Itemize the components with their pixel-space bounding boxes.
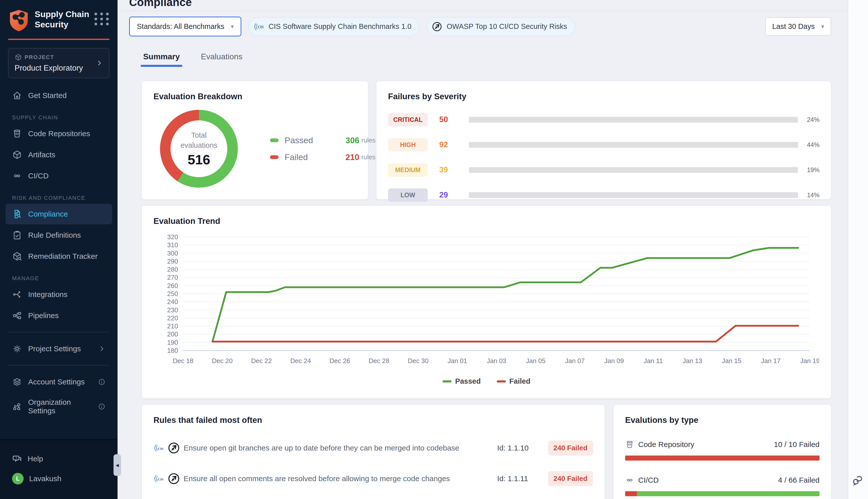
svg-text:300: 300	[167, 250, 178, 257]
help-label: Help	[28, 454, 43, 463]
doc-search-icon	[12, 209, 22, 219]
svg-text:270: 270	[167, 273, 178, 281]
tab-summary[interactable]: Summary	[141, 48, 182, 67]
tab-evaluations[interactable]: Evaluations	[198, 48, 245, 67]
donut-center-label: Total	[191, 130, 207, 140]
sidebar-item-help[interactable]: ? Help	[8, 449, 110, 468]
evaluation-trend-chart: 1801902002102202302402502602702802903003…	[153, 231, 819, 373]
sidebar-collapse-handle[interactable]: ◀	[113, 454, 121, 476]
severity-badge: LOW	[388, 188, 428, 202]
sidebar-item-get-started[interactable]: Get Started	[5, 85, 112, 106]
box-wrench-icon	[12, 251, 22, 261]
svg-text:Dec 30: Dec 30	[408, 357, 429, 365]
card-title: Rules that failed most often	[153, 415, 593, 425]
sidebar-item-ci-cd[interactable]: CI/CD	[5, 166, 112, 186]
rule-id: Id: 1.1.10	[497, 444, 543, 452]
divider	[8, 365, 110, 366]
severity-badge: HIGH	[388, 138, 428, 151]
sidebar-item-compliance[interactable]: Compliance	[5, 204, 112, 224]
evaluation-trend-card: Evaluation Trend 18019020021022023024025…	[142, 206, 831, 399]
sidebar-item-rule-definitions[interactable]: Rule Definitions	[5, 225, 112, 245]
rule-row[interactable]: CISEnsure open git branches are up to da…	[153, 440, 593, 455]
severity-row-critical: CRITICAL5024%	[388, 112, 819, 127]
type-progress-bar	[625, 455, 819, 461]
sidebar-item-code-repositories[interactable]: Code Repositories	[5, 123, 112, 144]
project-label: PROJECT	[25, 54, 54, 61]
failed-swatch	[270, 155, 278, 159]
bar-segment	[625, 491, 637, 496]
svg-text:Jan 15: Jan 15	[722, 357, 741, 365]
severity-count: 50	[439, 115, 469, 124]
sidebar-header: Supply Chain Security	[0, 0, 117, 32]
severity-row-medium: MEDIUM3919%	[388, 162, 819, 177]
type-failed-value: 4 / 66 Failed	[778, 476, 819, 484]
project-cube-icon	[15, 53, 22, 61]
svg-text:Jan 03: Jan 03	[487, 357, 506, 365]
svg-text:Jan 17: Jan 17	[761, 357, 781, 365]
severity-percent: 14%	[798, 192, 819, 199]
benchmark-chip-owasp[interactable]: OWASP Top 10 CI/CD Security Risks	[426, 17, 575, 36]
severity-badge: MEDIUM	[388, 163, 428, 177]
svg-text:Jan 01: Jan 01	[448, 357, 467, 365]
layers-icon	[12, 377, 22, 387]
svg-text:Dec 26: Dec 26	[330, 357, 350, 365]
rule-failed-badge: 240 Failed	[548, 440, 593, 455]
cube-icon	[12, 150, 22, 160]
sidebar-item-pipelines[interactable]: Pipelines	[5, 305, 112, 326]
severity-bar-track	[469, 117, 798, 123]
rule-id: Id: 1.1.11	[497, 474, 543, 483]
legend-item-failed: Failed 210 rules	[270, 152, 375, 162]
chip-label: CIS Software Supply Chain Benchmarks 1.0	[269, 22, 411, 31]
rule-text: Ensure all open comments are resolved be…	[184, 474, 497, 483]
rule-text: Ensure open git branches are up to date …	[184, 444, 497, 452]
passed-count: 306	[346, 136, 359, 145]
cis-logo-icon: CIS	[253, 21, 264, 32]
user-menu[interactable]: L Lavakush	[8, 468, 110, 489]
benchmark-chip-cis[interactable]: CIS CIS Software Supply Chain Benchmarks…	[248, 17, 419, 36]
rule-row[interactable]: CISEnsure all open comments are resolved…	[153, 471, 593, 486]
sidebar-item-project-settings[interactable]: Project Settings	[5, 339, 112, 359]
legend-swatch	[497, 380, 506, 382]
svg-text:CIS: CIS	[158, 477, 163, 481]
repo-icon	[625, 440, 634, 449]
severity-bar-track	[469, 167, 798, 173]
infinity-icon	[12, 171, 22, 181]
sidebar-item-account-settings[interactable]: Account Settings	[5, 372, 112, 392]
gear-icon	[12, 344, 22, 354]
svg-text:250: 250	[167, 290, 178, 297]
repo-icon	[12, 129, 22, 139]
severity-bar-track	[469, 192, 798, 198]
donut-legend: Passed 306 rules Failed 210 rules	[270, 129, 375, 169]
donut-total-value: 516	[188, 152, 210, 167]
svg-text:Jan 05: Jan 05	[526, 357, 546, 365]
severity-percent: 19%	[798, 166, 819, 174]
severity-count: 92	[439, 140, 469, 149]
card-title: Evaluation Breakdown	[153, 92, 356, 101]
date-range-dropdown[interactable]: Last 30 Days ▾	[765, 17, 831, 36]
sidebar-item-remediation-tracker[interactable]: Remediation Tracker	[5, 246, 112, 267]
trend-plot: 1801902002102202302402502602702802903003…	[153, 231, 819, 372]
project-name: Product Exploratory	[15, 63, 96, 73]
project-selector[interactable]: PROJECT Product Exploratory	[8, 48, 110, 78]
svg-text:Dec 28: Dec 28	[369, 357, 389, 365]
app-switcher-icon[interactable]	[95, 13, 110, 25]
svg-text:Jan 09: Jan 09	[604, 357, 624, 365]
type-label: CI/CD	[638, 476, 659, 484]
sidebar-item-integrations[interactable]: Integrations	[5, 284, 112, 305]
integrations-icon	[12, 290, 22, 300]
standards-filter-dropdown[interactable]: Standards: All Benchmarks ▾	[129, 16, 241, 36]
chat-support-icon[interactable]	[851, 473, 865, 487]
sidebar-item-organization-settings[interactable]: Organization Settings	[5, 393, 112, 421]
sidebar-section-label: RISK AND COMPLIANCE	[12, 195, 117, 201]
sidebar-item-artifacts[interactable]: Artifacts	[5, 145, 112, 165]
failed-count: 210	[346, 153, 359, 162]
bar-segment	[637, 491, 819, 496]
sidebar-footer: ? Help L Lavakush	[0, 439, 117, 499]
severity-count: 29	[439, 191, 469, 199]
rule-source-icons: CIS	[153, 442, 184, 454]
svg-text:Dec 20: Dec 20	[212, 357, 233, 365]
svg-text:Dec 18: Dec 18	[173, 357, 194, 365]
cis-logo-icon: CIS	[153, 473, 165, 484]
severity-count: 39	[439, 165, 469, 174]
owasp-logo-icon	[432, 21, 443, 32]
